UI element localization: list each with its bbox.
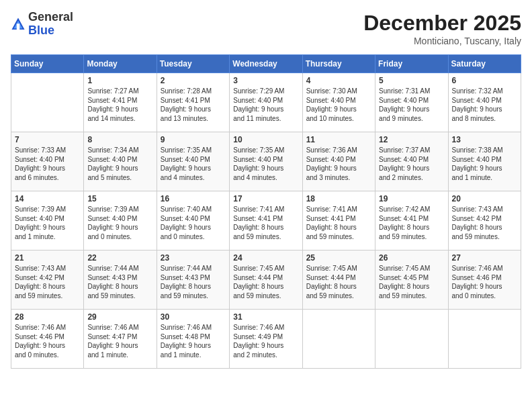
cell-content: Sunrise: 7:38 AMSunset: 4:40 PMDaylight:… (452, 146, 517, 182)
cell-content: Sunrise: 7:44 AMSunset: 4:43 PMDaylight:… (87, 264, 152, 300)
calendar-cell: 30Sunrise: 7:46 AMSunset: 4:48 PMDayligh… (157, 310, 229, 369)
day-header-sunday: Sunday (11, 55, 84, 73)
day-number: 17 (233, 194, 298, 203)
page-header: General Blue December 2025 Monticiano, T… (11, 11, 521, 46)
day-header-saturday: Saturday (448, 55, 521, 73)
location-subtitle: Monticiano, Tuscany, Italy (363, 36, 521, 46)
cell-content: Sunrise: 7:36 AMSunset: 4:40 PMDaylight:… (306, 146, 371, 182)
calendar-cell: 3Sunrise: 7:29 AMSunset: 4:40 PMDaylight… (230, 73, 302, 132)
logo-general-text: General (28, 10, 73, 24)
day-number: 4 (306, 76, 371, 85)
day-number: 10 (233, 135, 298, 144)
day-header-friday: Friday (375, 55, 448, 73)
cell-content: Sunrise: 7:46 AMSunset: 4:47 PMDaylight:… (87, 323, 152, 359)
day-number: 30 (161, 312, 226, 322)
calendar-week-row: 7Sunrise: 7:33 AMSunset: 4:40 PMDaylight… (11, 132, 521, 191)
calendar-cell: 7Sunrise: 7:33 AMSunset: 4:40 PMDaylight… (11, 132, 84, 191)
cell-content: Sunrise: 7:45 AMSunset: 4:45 PMDaylight:… (379, 264, 444, 300)
day-number: 6 (452, 76, 517, 85)
day-number: 13 (452, 135, 517, 144)
calendar-week-row: 21Sunrise: 7:43 AMSunset: 4:42 PMDayligh… (11, 250, 521, 310)
day-number: 22 (87, 253, 152, 263)
calendar-cell: 5Sunrise: 7:31 AMSunset: 4:40 PMDaylight… (375, 73, 448, 132)
calendar-cell: 6Sunrise: 7:32 AMSunset: 4:40 PMDaylight… (448, 73, 521, 132)
calendar-cell (11, 73, 84, 132)
cell-content: Sunrise: 7:30 AMSunset: 4:40 PMDaylight:… (306, 87, 371, 123)
cell-content: Sunrise: 7:40 AMSunset: 4:40 PMDaylight:… (161, 205, 226, 241)
calendar-cell: 25Sunrise: 7:45 AMSunset: 4:44 PMDayligh… (302, 250, 375, 310)
cell-content: Sunrise: 7:32 AMSunset: 4:40 PMDaylight:… (452, 87, 517, 123)
cell-content: Sunrise: 7:46 AMSunset: 4:46 PMDaylight:… (15, 323, 80, 359)
calendar-table: SundayMondayTuesdayWednesdayThursdayFrid… (11, 54, 521, 369)
day-number: 2 (161, 76, 226, 85)
day-number: 20 (452, 194, 517, 203)
cell-content: Sunrise: 7:43 AMSunset: 4:42 PMDaylight:… (452, 205, 517, 241)
day-number: 3 (233, 76, 298, 85)
logo-blue-text: Blue (28, 24, 54, 37)
day-number: 21 (15, 253, 80, 263)
calendar-cell (302, 310, 375, 369)
calendar-cell: 23Sunrise: 7:44 AMSunset: 4:43 PMDayligh… (157, 250, 229, 310)
day-number: 23 (161, 253, 226, 263)
calendar-cell: 21Sunrise: 7:43 AMSunset: 4:42 PMDayligh… (11, 250, 84, 310)
calendar-cell: 16Sunrise: 7:40 AMSunset: 4:40 PMDayligh… (157, 191, 229, 250)
cell-content: Sunrise: 7:35 AMSunset: 4:40 PMDaylight:… (233, 146, 298, 182)
day-number: 28 (15, 312, 80, 322)
day-number: 9 (161, 135, 226, 144)
day-number: 14 (15, 194, 80, 203)
logo: General Blue (11, 11, 73, 38)
day-number: 27 (452, 253, 517, 263)
calendar-cell: 27Sunrise: 7:46 AMSunset: 4:46 PMDayligh… (448, 250, 521, 310)
cell-content: Sunrise: 7:31 AMSunset: 4:40 PMDaylight:… (379, 87, 444, 123)
title-block: December 2025 Monticiano, Tuscany, Italy (363, 11, 521, 46)
cell-content: Sunrise: 7:45 AMSunset: 4:44 PMDaylight:… (233, 264, 298, 300)
month-year-title: December 2025 (363, 11, 521, 36)
calendar-cell: 9Sunrise: 7:35 AMSunset: 4:40 PMDaylight… (157, 132, 229, 191)
cell-content: Sunrise: 7:39 AMSunset: 4:40 PMDaylight:… (87, 205, 152, 241)
day-number: 18 (306, 194, 371, 203)
svg-rect-2 (17, 24, 19, 30)
logo-icon (11, 17, 26, 32)
calendar-cell: 14Sunrise: 7:39 AMSunset: 4:40 PMDayligh… (11, 191, 84, 250)
cell-content: Sunrise: 7:43 AMSunset: 4:42 PMDaylight:… (15, 264, 80, 300)
calendar-cell: 24Sunrise: 7:45 AMSunset: 4:44 PMDayligh… (230, 250, 302, 310)
day-header-thursday: Thursday (302, 55, 375, 73)
calendar-week-row: 1Sunrise: 7:27 AMSunset: 4:41 PMDaylight… (11, 73, 521, 132)
calendar-cell: 26Sunrise: 7:45 AMSunset: 4:45 PMDayligh… (375, 250, 448, 310)
day-header-wednesday: Wednesday (230, 55, 302, 73)
cell-content: Sunrise: 7:42 AMSunset: 4:41 PMDaylight:… (379, 205, 444, 241)
calendar-cell: 13Sunrise: 7:38 AMSunset: 4:40 PMDayligh… (448, 132, 521, 191)
calendar-header-row: SundayMondayTuesdayWednesdayThursdayFrid… (11, 55, 521, 73)
calendar-cell: 8Sunrise: 7:34 AMSunset: 4:40 PMDaylight… (84, 132, 157, 191)
cell-content: Sunrise: 7:46 AMSunset: 4:48 PMDaylight:… (161, 323, 226, 359)
calendar-cell: 1Sunrise: 7:27 AMSunset: 4:41 PMDaylight… (84, 73, 157, 132)
day-number: 26 (379, 253, 444, 263)
calendar-cell: 20Sunrise: 7:43 AMSunset: 4:42 PMDayligh… (448, 191, 521, 250)
cell-content: Sunrise: 7:41 AMSunset: 4:41 PMDaylight:… (306, 205, 371, 241)
day-number: 25 (306, 253, 371, 263)
calendar-week-row: 28Sunrise: 7:46 AMSunset: 4:46 PMDayligh… (11, 310, 521, 369)
day-number: 31 (233, 312, 298, 322)
cell-content: Sunrise: 7:46 AMSunset: 4:46 PMDaylight:… (452, 264, 517, 300)
calendar-cell: 15Sunrise: 7:39 AMSunset: 4:40 PMDayligh… (84, 191, 157, 250)
cell-content: Sunrise: 7:41 AMSunset: 4:41 PMDaylight:… (233, 205, 298, 241)
calendar-cell: 29Sunrise: 7:46 AMSunset: 4:47 PMDayligh… (84, 310, 157, 369)
calendar-cell: 11Sunrise: 7:36 AMSunset: 4:40 PMDayligh… (302, 132, 375, 191)
cell-content: Sunrise: 7:37 AMSunset: 4:40 PMDaylight:… (379, 146, 444, 182)
cell-content: Sunrise: 7:28 AMSunset: 4:41 PMDaylight:… (161, 87, 226, 123)
calendar-cell (375, 310, 448, 369)
day-number: 24 (233, 253, 298, 263)
cell-content: Sunrise: 7:45 AMSunset: 4:44 PMDaylight:… (306, 264, 371, 300)
day-number: 1 (87, 76, 152, 85)
calendar-cell: 2Sunrise: 7:28 AMSunset: 4:41 PMDaylight… (157, 73, 229, 132)
cell-content: Sunrise: 7:39 AMSunset: 4:40 PMDaylight:… (15, 205, 80, 241)
day-number: 29 (87, 312, 152, 322)
day-header-tuesday: Tuesday (157, 55, 229, 73)
calendar-cell: 10Sunrise: 7:35 AMSunset: 4:40 PMDayligh… (230, 132, 302, 191)
calendar-cell: 28Sunrise: 7:46 AMSunset: 4:46 PMDayligh… (11, 310, 84, 369)
calendar-cell: 18Sunrise: 7:41 AMSunset: 4:41 PMDayligh… (302, 191, 375, 250)
cell-content: Sunrise: 7:44 AMSunset: 4:43 PMDaylight:… (161, 264, 226, 300)
day-number: 11 (306, 135, 371, 144)
calendar-cell: 12Sunrise: 7:37 AMSunset: 4:40 PMDayligh… (375, 132, 448, 191)
day-number: 7 (15, 135, 80, 144)
